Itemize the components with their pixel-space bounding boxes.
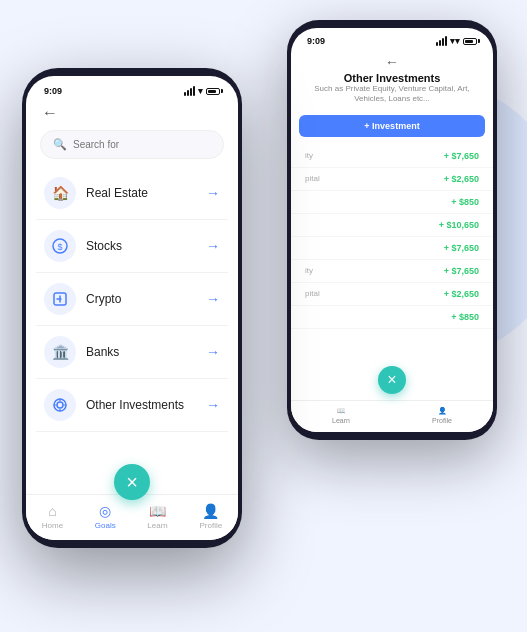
profile-icon-front: 👤 xyxy=(202,503,219,519)
status-icons-back: ▾▾ xyxy=(436,36,477,46)
menu-item-real-estate[interactable]: 🏠 Real Estate → xyxy=(36,167,228,220)
banks-arrow: → xyxy=(206,344,220,360)
nav-item-goals[interactable]: ◎ Goals xyxy=(95,503,116,530)
inv-row: + $850 xyxy=(291,191,493,214)
other-investments-arrow: → xyxy=(206,397,220,413)
profile-icon: 👤 xyxy=(438,407,447,415)
learn-icon: 📖 xyxy=(337,407,346,415)
investment-list: ity + $7,650 pital + $2,650 + $850 + $10… xyxy=(291,141,493,333)
status-icons-front: ▾ xyxy=(184,86,220,96)
stocks-arrow: → xyxy=(206,238,220,254)
crypto-arrow: → xyxy=(206,291,220,307)
phone-front-screen: 9:09 ▾ ← 🔍 🏠 Real Estate xyxy=(26,76,238,540)
signal-icon-front xyxy=(184,86,195,96)
learn-label: Learn xyxy=(332,417,350,424)
back-arrow-button[interactable]: ← xyxy=(42,104,222,122)
goals-label: Goals xyxy=(95,521,116,530)
search-bar[interactable]: 🔍 xyxy=(40,130,224,159)
nav-item-learn[interactable]: 📖 Learn xyxy=(147,503,167,530)
inv-row: ity + $7,650 xyxy=(291,145,493,168)
inv-row: pital + $2,650 xyxy=(291,283,493,306)
crypto-icon xyxy=(44,283,76,315)
inv-row: + $850 xyxy=(291,306,493,329)
search-icon: 🔍 xyxy=(53,138,67,151)
svg-text:$: $ xyxy=(57,242,62,252)
home-label: Home xyxy=(42,521,63,530)
menu-list: 🏠 Real Estate → $ Stocks → xyxy=(26,167,238,432)
nav-item-home[interactable]: ⌂ Home xyxy=(42,503,63,530)
learn-label-front: Learn xyxy=(147,521,167,530)
wifi-icon: ▾▾ xyxy=(450,36,460,46)
search-input[interactable] xyxy=(73,139,211,150)
stocks-label: Stocks xyxy=(86,239,206,253)
profile-label-front: Profile xyxy=(199,521,222,530)
other-investments-icon xyxy=(44,389,76,421)
fab-front-button[interactable]: × xyxy=(114,464,150,500)
learn-icon-front: 📖 xyxy=(149,503,166,519)
signal-icon xyxy=(436,36,447,46)
back-subtitle: Such as Private Equity, Venture Capital,… xyxy=(307,84,477,105)
status-bar-back: 9:09 ▾▾ xyxy=(291,28,493,50)
inv-row: + $7,650 xyxy=(291,237,493,260)
crypto-label: Crypto xyxy=(86,292,206,306)
menu-item-stocks[interactable]: $ Stocks → xyxy=(36,220,228,273)
inv-row: + $10,650 xyxy=(291,214,493,237)
goals-icon: ◎ xyxy=(99,503,111,519)
menu-item-crypto[interactable]: Crypto → xyxy=(36,273,228,326)
bottom-nav-back: 📖 Learn 👤 Profile xyxy=(291,400,493,432)
nav-item-learn[interactable]: 📖 Learn xyxy=(332,407,350,424)
svg-point-4 xyxy=(57,402,63,408)
real-estate-label: Real Estate xyxy=(86,186,206,200)
fab-back-button[interactable]: × xyxy=(378,366,406,394)
bottom-nav-front: ⌂ Home ◎ Goals 📖 Learn 👤 Profile xyxy=(26,494,238,540)
back-title: Other Investments xyxy=(307,72,477,84)
front-header: ← xyxy=(26,100,238,130)
inv-row: pital + $2,650 xyxy=(291,168,493,191)
phone-back: 9:09 ▾▾ ← Other Investments Such as Priv… xyxy=(287,20,497,440)
menu-item-other-investments[interactable]: Other Investments → xyxy=(36,379,228,432)
stocks-icon: $ xyxy=(44,230,76,262)
status-time-front: 9:09 xyxy=(44,86,62,96)
battery-icon-front xyxy=(206,88,220,95)
real-estate-arrow: → xyxy=(206,185,220,201)
banks-label: Banks xyxy=(86,345,206,359)
status-time-back: 9:09 xyxy=(307,36,325,46)
status-bar-front: 9:09 ▾ xyxy=(26,76,238,100)
other-investments-label: Other Investments xyxy=(86,398,206,412)
blue-bar-button[interactable]: + Investment xyxy=(299,115,485,137)
phone-front: 9:09 ▾ ← 🔍 🏠 Real Estate xyxy=(22,68,242,548)
wifi-icon-front: ▾ xyxy=(198,86,203,96)
home-icon: ⌂ xyxy=(48,503,56,519)
real-estate-icon: 🏠 xyxy=(44,177,76,209)
battery-icon xyxy=(463,38,477,45)
banks-icon: 🏛️ xyxy=(44,336,76,368)
back-header: ← Other Investments Such as Private Equi… xyxy=(291,50,493,111)
menu-item-banks[interactable]: 🏛️ Banks → xyxy=(36,326,228,379)
nav-item-profile[interactable]: 👤 Profile xyxy=(199,503,222,530)
inv-row: ity + $7,650 xyxy=(291,260,493,283)
profile-label: Profile xyxy=(432,417,452,424)
nav-item-profile[interactable]: 👤 Profile xyxy=(432,407,452,424)
phone-back-screen: 9:09 ▾▾ ← Other Investments Such as Priv… xyxy=(291,28,493,432)
